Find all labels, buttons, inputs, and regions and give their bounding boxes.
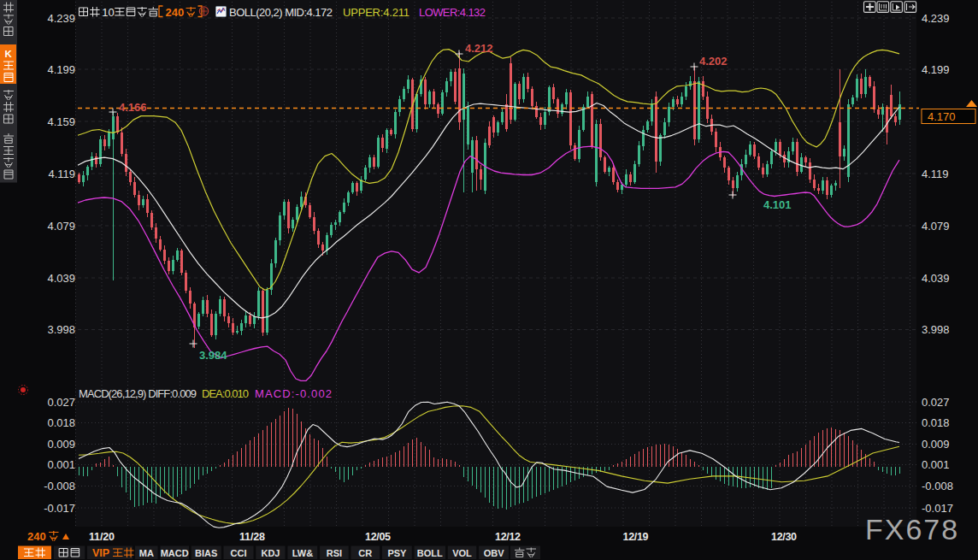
svg-text:4.170: 4.170 <box>928 110 956 123</box>
svg-text:RSI: RSI <box>327 548 342 558</box>
svg-text:4.119: 4.119 <box>922 168 949 180</box>
svg-text:4.079: 4.079 <box>47 220 75 233</box>
svg-text:MACD(26,12,9) DIFF:0.009: MACD(26,12,9) DIFF:0.009 <box>79 387 197 400</box>
svg-text:10: 10 <box>102 6 114 19</box>
svg-text:4.239: 4.239 <box>47 12 75 25</box>
svg-text:-0.017: -0.017 <box>44 502 75 515</box>
svg-text:0.001: 0.001 <box>922 458 950 471</box>
svg-text:CCI: CCI <box>231 548 247 558</box>
svg-text:LOWER:4.132: LOWER:4.132 <box>419 6 486 19</box>
svg-text:4.119: 4.119 <box>48 168 75 180</box>
svg-text:240: 240 <box>27 530 46 543</box>
svg-text:VOL: VOL <box>452 548 472 558</box>
svg-text:0.027: 0.027 <box>922 396 950 409</box>
svg-text:4.202: 4.202 <box>699 55 728 68</box>
svg-text:0.018: 0.018 <box>922 416 950 429</box>
svg-text:MACD: MACD <box>161 548 189 558</box>
svg-text:OBV: OBV <box>484 548 505 558</box>
svg-text:3.984: 3.984 <box>199 349 227 362</box>
svg-text:CR: CR <box>358 548 372 558</box>
svg-text:4.159: 4.159 <box>47 115 75 128</box>
svg-text:-0.008: -0.008 <box>44 480 75 492</box>
svg-text:0.009: 0.009 <box>922 438 950 451</box>
svg-text:11/20: 11/20 <box>89 531 115 543</box>
svg-text:0.001: 0.001 <box>47 458 75 471</box>
svg-text:4.239: 4.239 <box>922 12 950 25</box>
svg-text:0.009: 0.009 <box>47 438 75 451</box>
svg-text:4.079: 4.079 <box>922 220 950 233</box>
svg-text:240: 240 <box>166 6 185 19</box>
svg-text:-0.008: -0.008 <box>922 480 953 492</box>
svg-text:DEA:0.010: DEA:0.010 <box>202 387 249 400</box>
svg-text:3.998: 3.998 <box>922 323 950 336</box>
svg-text:4.101: 4.101 <box>763 198 792 211</box>
svg-text:LW&: LW& <box>292 548 313 558</box>
svg-text:FX678: FX678 <box>865 513 959 545</box>
svg-text:4.199: 4.199 <box>922 63 950 76</box>
svg-text:0.018: 0.018 <box>47 416 75 429</box>
svg-text:UPPER:4.211: UPPER:4.211 <box>343 6 409 19</box>
svg-text:12/30: 12/30 <box>771 531 797 543</box>
svg-text:K: K <box>5 49 13 59</box>
svg-text:BIAS: BIAS <box>195 548 217 558</box>
svg-text:12/05: 12/05 <box>365 531 391 543</box>
svg-text:4.166: 4.166 <box>119 101 147 114</box>
svg-text:KDJ: KDJ <box>261 548 280 558</box>
svg-text:0.027: 0.027 <box>47 396 75 409</box>
svg-text:4.199: 4.199 <box>47 63 75 76</box>
svg-text:11/28: 11/28 <box>239 531 265 543</box>
svg-text:MACD:-0.002: MACD:-0.002 <box>255 387 332 400</box>
svg-text:3.998: 3.998 <box>47 323 75 336</box>
svg-text:MA: MA <box>139 548 154 558</box>
svg-text:4.039: 4.039 <box>922 272 950 285</box>
svg-text:12/19: 12/19 <box>623 531 649 543</box>
svg-text:BOLL(20,2) MID:4.172: BOLL(20,2) MID:4.172 <box>229 6 333 19</box>
svg-text:VIP: VIP <box>92 547 109 559</box>
svg-text:BOLL: BOLL <box>417 548 443 558</box>
svg-text:4.212: 4.212 <box>465 42 493 55</box>
svg-text:4.039: 4.039 <box>47 272 75 285</box>
svg-text:PSY: PSY <box>387 548 407 558</box>
svg-text:12/12: 12/12 <box>495 531 521 543</box>
